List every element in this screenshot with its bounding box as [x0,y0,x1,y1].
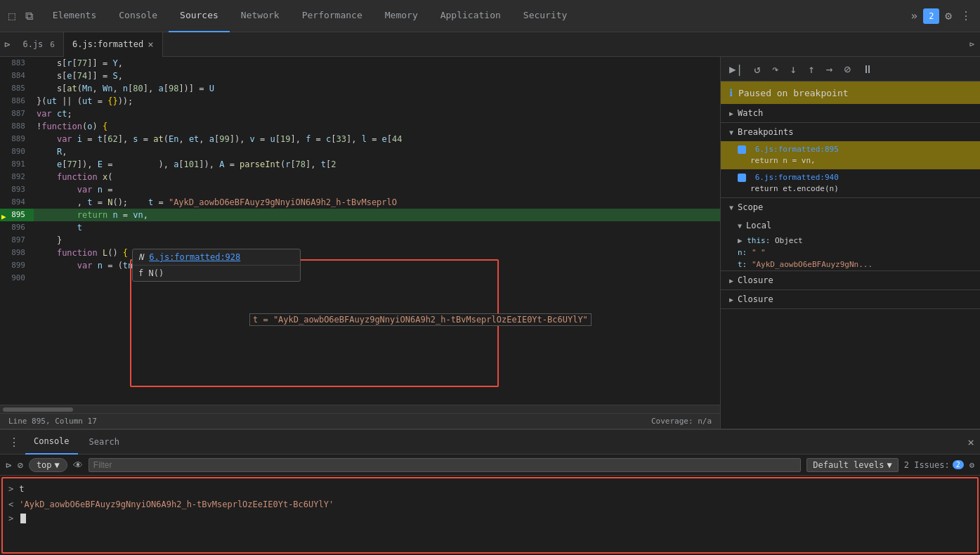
breakpoint-checkbox-2[interactable] [738,174,746,182]
table-row: 900 [0,272,720,285]
closure-1-arrow: ▶ [729,277,733,285]
console-output-arrow: < [8,498,13,511]
step-out-button[interactable]: ↑ [805,61,818,77]
tab-sources[interactable]: Sources [169,0,230,32]
horizontal-scrollbar[interactable] [0,405,720,413]
pause-button[interactable]: ↺ [751,61,764,77]
console-output-value: 'AykD_aowbO6eBFAuyz9gNnyiON6A9h2_h-tBvMs… [19,498,334,511]
table-row: 896 t [0,221,720,234]
watch-collapse-arrow: ▶ [729,110,733,117]
console-input-line[interactable]: > [3,512,977,525]
console-line-input: > t [3,481,977,497]
scope-header[interactable]: ▼ Scope [721,198,980,216]
console-eye-icon[interactable]: 👁 [73,459,83,471]
deactivate-breakpoints-button[interactable]: ⊘ [841,61,854,77]
local-label: Local [746,221,771,230]
resume-button[interactable]: ▶| [726,61,745,77]
scope-item-n[interactable]: n: " " [721,247,980,259]
table-row: 884 s[e[74]] = S, [0,70,720,82]
console-tabs: ⋮ Console Search × [0,430,980,455]
breakpoint-code-2: return et.encode(n) [738,184,839,193]
main-area: 883 s[r[77]] = Y, 884 s[e[74]] = S, 885 … [0,57,980,429]
scope-item-this[interactable]: ▶ this: Object [721,235,980,247]
pause-on-exceptions-button[interactable]: ⏸ [859,61,876,77]
closure-section-2: ▶ Closure [721,290,980,309]
console-menu-dots[interactable]: ⋮ [6,436,22,449]
table-row: 886 }(ut || (ut = {})); [0,95,720,107]
variable-tooltip: N 6.js:formatted:928 f N() [132,249,301,282]
context-top-selector[interactable]: top ▼ [29,458,67,472]
open-console-icon[interactable]: ⊳ [0,39,14,50]
tab-performance[interactable]: Performance [291,0,374,32]
breakpoint-code-1: return n = vn, [738,156,816,165]
scope-expand-this[interactable]: ▶ [738,236,747,245]
cursor-icon[interactable]: ⬚ [6,6,18,25]
tab-console[interactable]: Console [107,0,169,32]
scope-label: Scope [738,202,763,212]
local-header[interactable]: ▼ Local [721,216,980,235]
tooltip-file-link[interactable]: 6.js:formatted:928 [149,252,240,262]
tab-memory[interactable]: Memory [374,0,429,32]
tab-application[interactable]: Application [429,0,512,32]
console-filter-input[interactable] [89,458,802,472]
closure-1-header[interactable]: ▶ Closure [721,271,980,289]
console-settings-icon[interactable]: ⚙ [969,460,974,470]
layers-icon[interactable]: ⧉ [22,6,36,25]
breakpoint-item-active[interactable]: 6.js:formatted:895 return n = vn, [721,141,980,169]
closure-2-arrow: ▶ [729,296,733,303]
step-over-button[interactable]: ↷ [769,61,782,77]
issues-badge[interactable]: 2 [923,8,939,24]
code-editor: 883 s[r[77]] = Y, 884 s[e[74]] = S, 885 … [0,57,720,429]
tab-elements[interactable]: Elements [41,0,108,32]
tab-security[interactable]: Security [512,0,579,32]
line-column-status: Line 895, Column 17 [8,417,97,426]
step-into-button[interactable]: ↓ [788,61,800,77]
coverage-status: Coverage: n/a [651,417,712,426]
code-scroll[interactable]: 883 s[r[77]] = Y, 884 s[e[74]] = S, 885 … [0,57,720,405]
breakpoint-item-2[interactable]: 6.js:formatted:940 return et.encode(n) [721,169,980,197]
default-levels-dropdown[interactable]: Default levels ▼ [806,458,898,472]
console-output: > t < 'AykD_aowbO6eBFAuyz9gNnyiON6A9h2_h… [1,477,979,554]
closure-2-header[interactable]: ▶ Closure [721,290,980,308]
table-row: 894 , t = N(); t = "AykD_aowbO6eBFAuyz9g… [0,196,720,209]
breakpoint-checkbox-1[interactable] [738,145,746,154]
scrollbar-thumb-h[interactable] [3,407,73,412]
table-row: 890 R, [0,145,720,158]
debug-toolbar: ▶| ↺ ↷ ↓ ↑ → ⊘ ⏸ [721,57,980,81]
breakpoints-collapse-arrow: ▼ [729,129,733,136]
issues-badge[interactable]: 2 Issues: 2 [904,460,964,470]
more-tabs-icon[interactable]: » [908,6,920,25]
top-nav: ⬚ ⧉ Elements Console Sources Network Per… [0,0,980,32]
table-row: 887 var ct; [0,107,720,120]
more-options-icon[interactable]: ⋮ [958,6,974,25]
table-row-highlighted: ▶ 895 return n = vn, [0,209,720,221]
console-close-button[interactable]: × [967,436,974,449]
file-tab-6js-formatted[interactable]: 6.js:formatted × [64,32,163,57]
tab-console[interactable]: Console [25,430,78,455]
scope-item-t[interactable]: t: "AykD_aowbO6eBFAuyz9gNn... [721,259,980,270]
watch-header[interactable]: ▶ Watch [721,104,980,122]
closure-1-label: Closure [738,275,773,285]
tooltip-body: f N() [133,266,300,281]
breakpoints-header[interactable]: ▼ Breakpoints [721,123,980,141]
console-line-output: < 'AykD_aowbO6eBFAuyz9gNnyiON6A9h2_h-tBv… [3,497,977,512]
console-new-prompt: > [8,514,13,523]
settings-icon[interactable]: ⚙ [942,6,955,25]
tab-network[interactable]: Network [230,0,291,32]
step-button[interactable]: → [823,61,836,77]
table-row: 892 function x( [0,171,720,183]
closure-section-1: ▶ Closure [721,271,980,290]
console-execute-icon[interactable]: ⊳ [6,459,11,471]
breakpoint-file-1: 6.js:formatted:895 [755,145,839,154]
bottom-area: ⋮ Console Search × ⊳ ⊘ top ▼ 👁 Default l… [0,429,980,555]
paused-icon: ℹ [729,87,733,98]
console-toolbar: ⊳ ⊘ top ▼ 👁 Default levels ▼ 2 Issues: 2… [0,455,980,476]
tab-search[interactable]: Search [81,430,128,455]
breakpoints-label: Breakpoints [738,127,793,137]
console-block-icon[interactable]: ⊘ [17,459,22,471]
close-tab-icon[interactable]: × [148,39,153,50]
file-tab-6js[interactable]: 6.js 6 [14,32,64,57]
breakpoint-file-2: 6.js:formatted:940 [755,173,839,182]
file-tab-right-icon[interactable]: ⊳ [964,39,980,49]
issues-count: 2 [953,460,964,469]
